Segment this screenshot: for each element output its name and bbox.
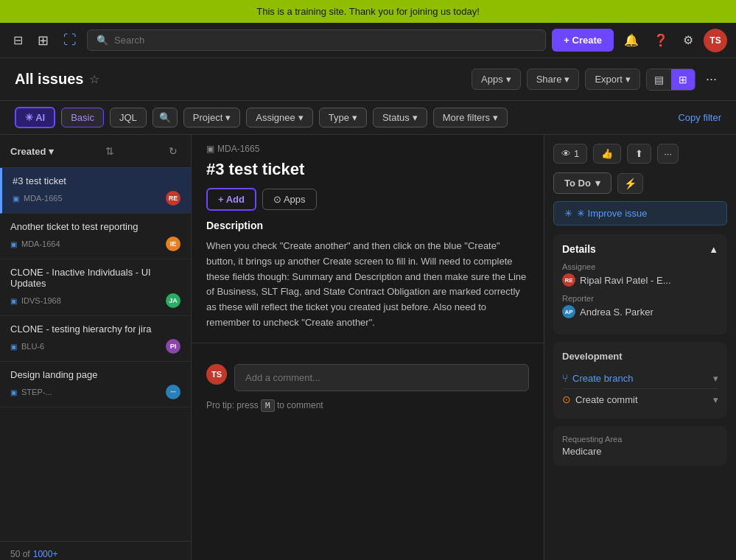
create-branch-chevron: ▾: [713, 373, 718, 384]
comment-input[interactable]: [234, 364, 529, 391]
share-button[interactable]: Share ▾: [527, 69, 580, 90]
assignee-filter-label: Assignee: [256, 112, 295, 123]
issue-detail-title: #3 test ticket: [192, 154, 544, 188]
requesting-area-value: Medicare: [562, 446, 718, 457]
comment-area: TS: [192, 355, 544, 400]
grid-view-button[interactable]: ⊞: [33, 28, 53, 53]
more-filters-dropdown[interactable]: More filters ▾: [433, 108, 508, 127]
type-filter-dropdown[interactable]: Type ▾: [319, 108, 367, 127]
basic-filter-label: Basic: [71, 112, 94, 123]
reporter-avatar: AP: [562, 305, 575, 318]
activity-section: [192, 343, 544, 355]
apps-issue-button[interactable]: ⊙ Apps: [262, 189, 317, 210]
improve-label: ✳ Improve issue: [577, 208, 648, 219]
create-commit-label: Create commit: [575, 394, 638, 405]
issue-item-meta: ▣ MDA-1664 IE: [10, 237, 181, 251]
jira-nav-button[interactable]: ⛶: [59, 28, 81, 52]
comment-shortcut-key: M: [261, 399, 275, 412]
assignee-avatar: RE: [562, 273, 575, 287]
apps-header-label: Apps: [481, 74, 503, 85]
status-filter-dropdown[interactable]: Status ▾: [373, 108, 427, 127]
list-item[interactable]: CLONE - Inactive Individuals - UI Update…: [0, 259, 191, 316]
create-branch-left: ⑂ Create branch: [562, 372, 633, 384]
share-detail-button[interactable]: ⬆: [627, 144, 651, 164]
list-item[interactable]: Design landing page ▣ STEP-... ···: [0, 362, 191, 407]
status-button[interactable]: To Do ▾: [553, 172, 611, 194]
filter-search-button[interactable]: 🔍: [153, 108, 178, 127]
description-section: Description When you check "Create anoth…: [192, 220, 544, 331]
reporter-value: AP Andrea S. Parker: [562, 305, 718, 318]
add-button[interactable]: + Add: [206, 188, 256, 211]
header-actions: Apps ▾ Share ▾ Export ▾ ▤ ⊞ ···: [472, 67, 721, 91]
list-item[interactable]: #3 test ticket ▣ MDA-1665 RE: [0, 168, 191, 214]
story-icon: ▣: [10, 240, 17, 248]
status-chevron-icon: ▾: [413, 112, 418, 123]
watch-button[interactable]: 👁 1: [553, 144, 587, 164]
like-button[interactable]: 👍: [593, 144, 621, 164]
avatar: IE: [166, 237, 181, 251]
project-chevron-icon: ▾: [225, 112, 231, 123]
jql-filter-button[interactable]: JQL: [110, 108, 147, 127]
issue-item-meta: ▣ IDVS-1968 JA: [10, 293, 181, 308]
board-view-button[interactable]: ⊞: [671, 69, 695, 90]
created-sort-button[interactable]: Created ▾: [10, 146, 54, 157]
basic-filter-button[interactable]: Basic: [61, 108, 104, 127]
apps-header-button[interactable]: Apps ▾: [472, 69, 521, 90]
ai-filter-button[interactable]: ✳ AI: [15, 107, 55, 128]
export-button[interactable]: Export ▾: [585, 69, 640, 90]
board-view-icon: ⊞: [679, 74, 687, 85]
help-button[interactable]: ❓: [649, 29, 673, 52]
issue-id: STEP-...: [21, 388, 52, 396]
story-icon: ▣: [10, 343, 17, 351]
create-branch-item[interactable]: ⑂ Create branch ▾: [562, 368, 718, 389]
create-branch-label: Create branch: [572, 373, 633, 384]
more-filters-label: More filters: [443, 112, 490, 123]
more-filters-chevron-icon: ▾: [493, 112, 498, 123]
filter-bar: ✳ AI Basic JQL 🔍 Project ▾ Assignee ▾ Ty…: [0, 101, 736, 135]
issue-id: MDA-1664: [21, 239, 60, 248]
more-actions-button[interactable]: ···: [657, 144, 679, 164]
status-filter-label: Status: [382, 112, 410, 123]
search-input[interactable]: [114, 35, 536, 46]
watch-count: 1: [574, 148, 579, 159]
gear-icon: ⚙: [683, 33, 693, 47]
right-detail-panel: 👁 1 👍 ⬆ ··· To Do ▾ ⚡ ✳ ✳ Impro: [544, 135, 736, 560]
improve-issue-button[interactable]: ✳ ✳ Improve issue: [553, 201, 727, 225]
issue-item-meta: ▣ BLU-6 PI: [10, 339, 181, 354]
issue-id: IDVS-1968: [21, 296, 61, 305]
list-item[interactable]: Another ticket to test reporting ▣ MDA-1…: [0, 214, 191, 259]
assignee-chevron-icon: ▾: [298, 112, 304, 123]
status-chevron-icon: ▾: [595, 178, 600, 189]
list-item[interactable]: CLONE - testing hierarchy for jira ▣ BLU…: [0, 316, 191, 362]
sidebar-sort-icon-button[interactable]: ⇅: [102, 142, 117, 160]
details-header: Details ▲: [562, 243, 718, 255]
add-button-label: + Add: [218, 194, 245, 205]
pro-tip: Pro tip: press M to comment: [192, 400, 544, 419]
create-commit-chevron: ▾: [713, 394, 718, 405]
help-icon: ❓: [653, 33, 668, 47]
sidebar-refresh-button[interactable]: ↻: [166, 142, 181, 160]
list-view-button[interactable]: ▤: [647, 69, 671, 90]
settings-button[interactable]: ⚙: [679, 29, 698, 52]
copy-filter-button[interactable]: Copy filter: [678, 112, 721, 123]
issue-count-link[interactable]: 1000+: [33, 549, 58, 559]
create-commit-item[interactable]: ⊙ Create commit ▾: [562, 389, 718, 410]
search-icon: 🔍: [97, 35, 108, 46]
bell-icon: 🔔: [624, 33, 639, 47]
reporter-row: Reporter AP Andrea S. Parker: [562, 294, 718, 318]
notifications-button[interactable]: 🔔: [620, 29, 643, 52]
assignee-row: Assignee RE Ripal Ravi Patel - E...: [562, 262, 718, 287]
created-sort-label: Created: [10, 146, 46, 157]
type-filter-label: Type: [329, 112, 349, 123]
bolt-action-button[interactable]: ⚡: [617, 173, 643, 194]
user-avatar[interactable]: TS: [704, 29, 727, 52]
create-commit-left: ⊙ Create commit: [562, 393, 638, 405]
issue-item-meta: ▣ STEP-... ···: [10, 385, 181, 399]
assignee-filter-dropdown[interactable]: Assignee ▾: [246, 108, 312, 127]
page-title-area: All issues ☆: [15, 71, 99, 88]
more-options-button[interactable]: ···: [701, 67, 721, 91]
project-filter-dropdown[interactable]: Project ▾: [183, 108, 240, 127]
create-button[interactable]: + Create: [552, 29, 614, 52]
star-icon[interactable]: ☆: [89, 72, 99, 86]
sidebar-toggle-button[interactable]: ⊟: [9, 29, 27, 52]
